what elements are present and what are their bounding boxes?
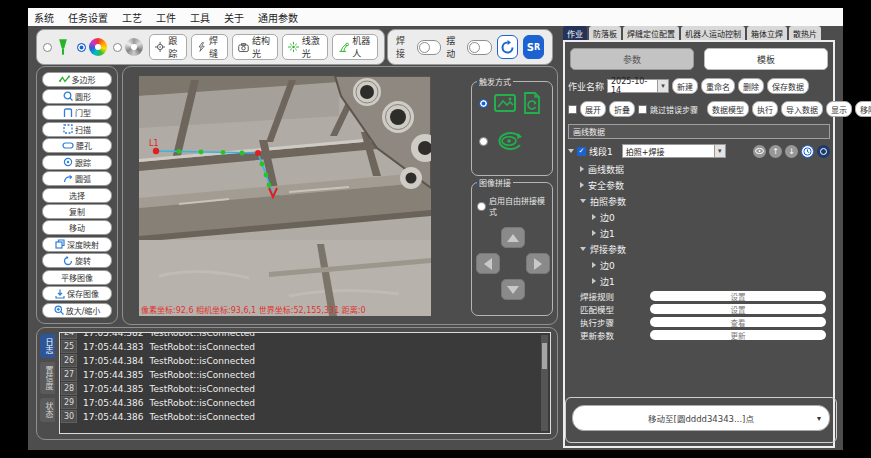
tool-depth-map-button[interactable]: 深度映射: [42, 237, 112, 252]
match-model-set-button[interactable]: 设置: [650, 304, 826, 314]
image-capture-icon: [494, 93, 516, 113]
menu-process[interactable]: 工艺: [122, 10, 142, 25]
expand-button[interactable]: 展开: [580, 101, 606, 117]
menu-about[interactable]: 关于: [224, 10, 244, 25]
update-params-button[interactable]: 更新: [650, 330, 826, 340]
tree-node-draw-data[interactable]: 画线数据: [568, 161, 830, 177]
menu-tools[interactable]: 工具: [190, 10, 210, 25]
tree-node-safety-params[interactable]: 安全参数: [568, 177, 830, 193]
record-button[interactable]: [817, 145, 830, 158]
free-stitch-radio[interactable]: [477, 202, 486, 211]
tab-log[interactable]: 日志: [40, 334, 55, 358]
tab-confidence[interactable]: 置信度: [40, 362, 55, 394]
torch-radio[interactable]: [43, 43, 52, 52]
robot-button[interactable]: 机器人: [332, 34, 379, 60]
tab-heat-sink[interactable]: 散热片: [789, 26, 821, 40]
tool-select-button[interactable]: 选择: [42, 188, 112, 203]
tool-slot-button[interactable]: 腰孔: [42, 138, 112, 153]
camera-image[interactable]: L1 像素坐标:92,6 相机坐标:93,6,1 世界坐标:52,155,331…: [139, 76, 431, 316]
show-button[interactable]: 显示: [826, 101, 852, 117]
tab-status[interactable]: 状态: [40, 398, 55, 422]
swing-toggle[interactable]: [467, 40, 492, 55]
structure-light-button[interactable]: 结构光: [232, 34, 278, 60]
collapse-button[interactable]: 折叠: [609, 101, 635, 117]
tab-robot-motion[interactable]: 机器人运动控制: [681, 26, 745, 40]
line-laser-button[interactable]: 线激光: [282, 34, 328, 60]
visibility-button[interactable]: [753, 145, 766, 158]
log-list[interactable]: 24 17:05:44.382 TestRobot::isConnected 2…: [59, 332, 551, 434]
move-to-point-button[interactable]: 移动至[圆dddd34343...]点 ▾: [572, 405, 830, 431]
log-row: 29 17:05:44.386 TestRobot::isConnected: [60, 396, 550, 410]
tab-seam-locating[interactable]: 焊缝定位配置: [623, 26, 679, 40]
menu-task-settings[interactable]: 任务设置: [68, 10, 108, 25]
tool-copy-button[interactable]: 复制: [42, 204, 112, 219]
mode-shutter-wheel[interactable]: [113, 38, 143, 56]
stitch-left-button[interactable]: [476, 253, 500, 274]
tree-node-edge1[interactable]: 边1: [568, 225, 830, 241]
delete-job-button[interactable]: 删除: [738, 78, 764, 94]
tab-job[interactable]: 作业: [563, 26, 587, 40]
up-arrow-icon: [507, 234, 519, 242]
coordinate-readout: 像素坐标:92,6 相机坐标:93,6,1 世界坐标:52,155,331 距离…: [141, 304, 366, 315]
weld-toggle[interactable]: [417, 40, 442, 55]
new-job-button[interactable]: 新建: [672, 78, 698, 94]
tool-scan-button[interactable]: 扫描: [42, 122, 112, 137]
tool-door-button[interactable]: 门型: [42, 105, 112, 120]
expand-arrow-icon[interactable]: [568, 149, 574, 153]
skip-error-checkbox[interactable]: [638, 105, 647, 114]
tool-pan-image-button[interactable]: 平移图像: [42, 270, 112, 285]
expand-checkbox[interactable]: [568, 105, 577, 114]
tab-drop-plate[interactable]: 防落板: [589, 26, 621, 40]
stitch-up-button[interactable]: [501, 227, 525, 248]
refresh-doc-icon[interactable]: [522, 92, 542, 114]
tool-save-image-button[interactable]: 保存图像: [42, 286, 112, 301]
menu-workpiece[interactable]: 工件: [156, 10, 176, 25]
remove-button[interactable]: 移除: [855, 101, 871, 117]
import-data-button[interactable]: 导入数据: [781, 101, 823, 117]
log-scrollbar[interactable]: [541, 335, 548, 431]
param-mode-button[interactable]: 参数: [570, 48, 694, 70]
exec-steps-view-button[interactable]: 查看: [650, 317, 826, 327]
menu-general-params[interactable]: 通用参数: [258, 10, 298, 25]
rename-job-button[interactable]: 重命名: [701, 78, 735, 94]
tool-zoom-button[interactable]: 放大/缩小: [42, 303, 112, 318]
track-button[interactable]: 跟踪: [149, 34, 187, 60]
segment-row[interactable]: ✓ 线段1 拍照+焊接 ▾ ↑ ↓: [568, 141, 830, 161]
execute-button[interactable]: 执行: [752, 101, 778, 117]
tool-track-button[interactable]: 跟踪: [42, 155, 112, 170]
reset-button[interactable]: [497, 35, 518, 59]
template-mode-button[interactable]: 模板: [704, 48, 828, 70]
stitch-down-button[interactable]: [501, 279, 525, 300]
save-data-button[interactable]: 保存数据: [767, 78, 809, 94]
tree-node-weld-edge1[interactable]: 边1: [568, 273, 830, 289]
shutter-wheel-radio[interactable]: [113, 43, 122, 52]
tree-node-photo-params[interactable]: 拍照参数: [568, 193, 830, 209]
data-model-button[interactable]: 数据模型: [707, 101, 749, 117]
stitch-right-button[interactable]: [526, 253, 550, 274]
segment-checkbox[interactable]: ✓: [577, 147, 586, 156]
job-name-select[interactable]: 2025-10-14 ▾: [607, 79, 669, 93]
move-up-button[interactable]: ↑: [769, 145, 782, 158]
weld-rule-set-button[interactable]: 设置: [650, 291, 826, 301]
tool-move-button[interactable]: 移动: [42, 220, 112, 235]
tree-node-edge0[interactable]: 边0: [568, 209, 830, 225]
tool-arc-button[interactable]: 圆弧: [42, 171, 112, 186]
tree-node-weld-edge0[interactable]: 边0: [568, 257, 830, 273]
history-button[interactable]: [801, 145, 814, 158]
tree-node-weld-params[interactable]: 焊接参数: [568, 241, 830, 257]
move-down-button[interactable]: ↓: [785, 145, 798, 158]
segment-mode-select[interactable]: 拍照+焊接 ▾: [622, 144, 726, 158]
seam-button[interactable]: 焊缝: [191, 34, 228, 60]
tool-rotate-button[interactable]: 旋转: [42, 253, 112, 268]
mode-torch[interactable]: [43, 38, 71, 56]
tool-circle-button[interactable]: 圆形: [42, 89, 112, 104]
mode-color-wheel[interactable]: [77, 38, 107, 56]
circle-icon: [63, 91, 73, 101]
menu-system[interactable]: 系统: [34, 10, 54, 25]
single-capture-radio[interactable]: [479, 99, 488, 108]
tab-box-vertical-weld[interactable]: 箱体立焊: [747, 26, 787, 40]
sr-button[interactable]: SR: [523, 35, 544, 59]
color-wheel-radio[interactable]: [77, 43, 86, 52]
continuous-capture-radio[interactable]: [479, 137, 488, 146]
tool-polygon-button[interactable]: 多边形: [42, 72, 112, 87]
